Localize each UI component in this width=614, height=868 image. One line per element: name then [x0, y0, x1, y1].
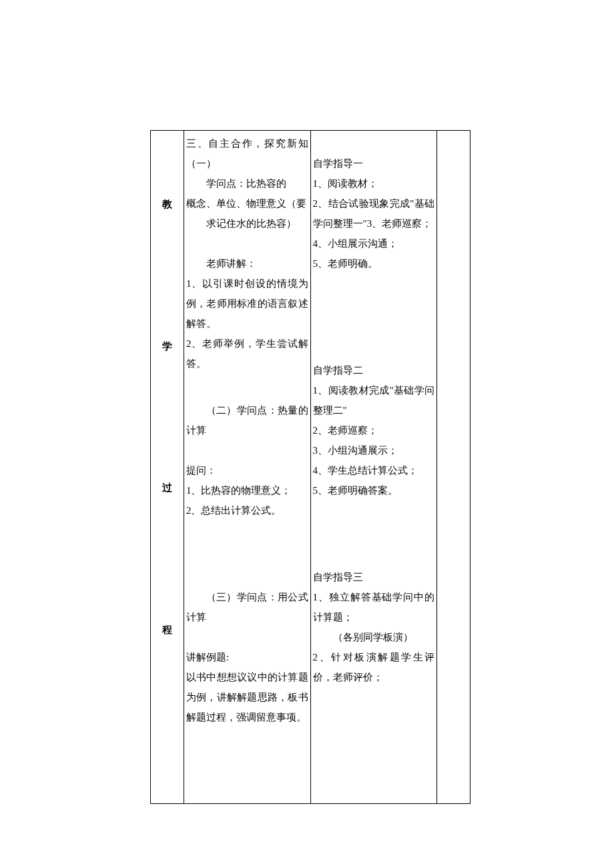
guide-3-item-1: 1、独立解答基础学问中的计算题；: [313, 587, 435, 627]
example-header: 讲解例题:: [186, 647, 308, 667]
section-1-line-3: 求记住水的比热容）: [186, 213, 308, 234]
guide-3-item-2: （各别同学板演）: [313, 627, 435, 647]
guide-1-item-4: 5、老师明确。: [313, 254, 435, 274]
guide-1-item-2: 2、结合试验现象完成"基础学问整理一"3、老师巡察；: [313, 193, 435, 234]
label-char-1: 教: [162, 194, 172, 214]
example-text: 以书中想想议议中的计算题为例，讲解解题思路，板书解题过程，强调留意事项。: [186, 667, 308, 727]
guide-2-item-3: 3、小组沟通展示；: [313, 440, 435, 460]
row-label-cell: 教 学 过 程: [151, 131, 184, 804]
guide-3-item-3: 2、针对板演解题学生评价，老师评价；: [313, 647, 435, 687]
guide-1-title: 自学指导一: [313, 153, 435, 173]
guide-2-item-2: 2、老师巡察；: [313, 420, 435, 440]
guide-2-title: 自学指导二: [313, 360, 435, 380]
label-char-2: 学: [162, 336, 172, 356]
guidance-cell: 自学指导一 1、阅读教材； 2、结合试验现象完成"基础学问整理一"3、老师巡察；…: [310, 131, 437, 804]
guide-3-title: 自学指导三: [313, 567, 435, 587]
section-2-left: （二）学问点：热量的计算 提问： 1、比热容的物理意义； 2、总结出计算公式。: [186, 400, 308, 520]
question-1: 1、比热容的物理意义；: [186, 480, 308, 500]
teacher-line-2: 2、老师举例，学生尝试解答。: [186, 334, 308, 374]
empty-cell: [437, 131, 471, 804]
guide-2-item-5: 5、老师明确答案。: [313, 480, 435, 500]
guide-2-item-1: 1、阅读教材完成"基础学问整理二": [313, 380, 435, 420]
section-1-left: 三、自主合作，探究新知（一） 学问点：比热容的 概念、单位、物理意义（要 求记住…: [186, 133, 308, 374]
section-1-line-1: 学问点：比热容的: [186, 173, 308, 193]
question-header: 提问：: [186, 460, 308, 480]
teacher-header: 老师讲解：: [186, 254, 308, 274]
guide-2-item-4: 4、学生总结计算公式；: [313, 460, 435, 480]
teaching-content-cell: 三、自主合作，探究新知（一） 学问点：比热容的 概念、单位、物理意义（要 求记住…: [184, 131, 310, 804]
vertical-label: 教 学 过 程: [153, 133, 182, 701]
lesson-plan-table: 教 学 过 程 三、自主合作，探究新知（一） 学问点：比热容的 概念、单位、物理…: [150, 130, 471, 804]
label-char-4: 程: [162, 620, 172, 640]
section-3-left: （三）学问点：用公式计算 讲解例题: 以书中想想议议中的计算题为例，讲解解题思路…: [186, 587, 308, 727]
section-1-title: 三、自主合作，探究新知（一）: [186, 133, 308, 173]
section-3-title: （三）学问点：用公式计算: [186, 587, 308, 627]
section-2-title: （二）学问点：热量的计算: [186, 400, 308, 440]
teacher-line-1: 1、以引课时创设的情境为例，老师用标准的语言叙述解答。: [186, 274, 308, 334]
section-1-line-2: 概念、单位、物理意义（要: [186, 193, 308, 213]
section-3-right: 自学指导三 1、独立解答基础学问中的计算题； （各别同学板演） 2、针对板演解题…: [313, 567, 435, 687]
section-1-right: 自学指导一 1、阅读教材； 2、结合试验现象完成"基础学问整理一"3、老师巡察；…: [313, 153, 435, 274]
label-char-3: 过: [162, 478, 172, 498]
guide-1-item-1: 1、阅读教材；: [313, 173, 435, 193]
section-2-right: 自学指导二 1、阅读教材完成"基础学问整理二" 2、老师巡察； 3、小组沟通展示…: [313, 360, 435, 500]
question-2: 2、总结出计算公式。: [186, 500, 308, 520]
guide-1-item-3: 4、小组展示沟通；: [313, 234, 435, 254]
